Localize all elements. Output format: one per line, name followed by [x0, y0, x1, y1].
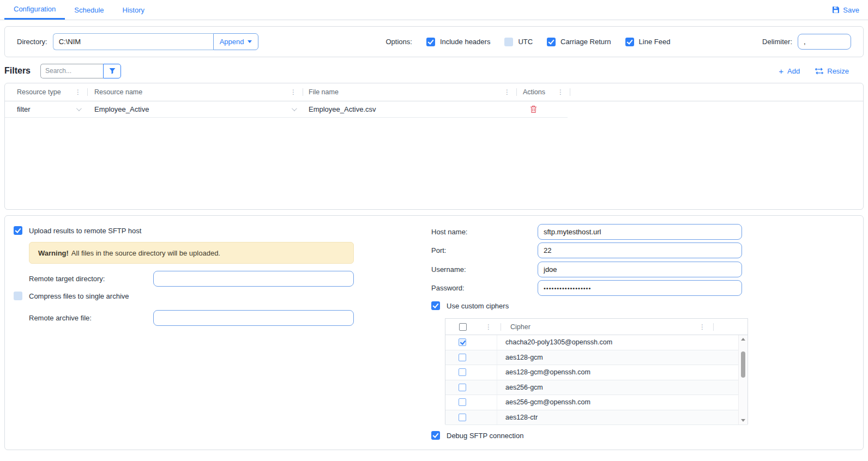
line-feed-checkbox[interactable]: Line Feed — [625, 38, 671, 46]
warning-text: All files in the source directory will b… — [71, 249, 220, 257]
filter-funnel-button[interactable] — [103, 64, 121, 78]
cipher-name: aes256-gcm@openssh.com — [497, 398, 590, 406]
save-button[interactable]: Save — [832, 0, 859, 20]
checkbox-icon[interactable] — [14, 292, 22, 300]
resource-name-cell[interactable]: Employee_Active — [88, 101, 303, 117]
column-menu-icon[interactable]: ⋮ — [504, 88, 510, 96]
tab-schedule[interactable]: Schedule — [65, 0, 113, 20]
checkbox-icon[interactable] — [459, 384, 466, 391]
plus-icon: + — [779, 67, 783, 75]
file-name-cell: Employee_Active.csv — [303, 101, 517, 117]
column-menu-icon[interactable]: ⋮ — [485, 323, 492, 331]
cipher-checkbox-cell — [445, 380, 497, 395]
host-name-input[interactable] — [538, 224, 742, 240]
cipher-name: aes256-gcm — [497, 384, 543, 391]
column-resource-type: Resource type ⋮ — [5, 83, 88, 101]
filters-table-header: Resource type ⋮ Resource name ⋮ File nam… — [5, 83, 863, 101]
remote-target-input[interactable] — [153, 271, 354, 287]
chevron-down-icon[interactable] — [292, 106, 297, 111]
cipher-table-header: ⋮ Cipher ⋮ — [445, 319, 748, 335]
resource-type-value: filter — [17, 105, 31, 113]
checkbox-icon[interactable] — [547, 38, 556, 46]
compress-label: Compress files to single archive — [29, 292, 129, 300]
debug-sftp-checkbox[interactable]: Debug SFTP connection — [431, 431, 523, 440]
delimiter-input[interactable] — [798, 34, 851, 50]
password-label: Password: — [431, 280, 465, 295]
cipher-checkbox-cell — [445, 410, 497, 425]
resize-label: Resize — [827, 67, 849, 75]
checkbox-icon[interactable] — [431, 301, 440, 310]
utc-checkbox[interactable]: UTC — [504, 38, 533, 46]
cipher-checkbox-cell — [445, 335, 497, 350]
checkbox-icon[interactable] — [504, 38, 513, 46]
actions-cell — [517, 101, 568, 117]
username-input[interactable] — [538, 262, 742, 277]
tab-bar: Configuration Schedule History Save — [0, 0, 868, 20]
column-spacer — [570, 83, 863, 101]
directory-input[interactable] — [53, 33, 213, 50]
tab-configuration[interactable]: Configuration — [4, 0, 65, 20]
append-dropdown-button[interactable]: Append — [213, 33, 259, 50]
save-label: Save — [843, 6, 859, 14]
options-group: Options: Include headers UTC Carriage Re… — [385, 38, 670, 46]
debug-sftp-label: Debug SFTP connection — [447, 432, 523, 440]
password-input[interactable] — [538, 280, 742, 296]
checkbox-icon[interactable] — [459, 354, 466, 361]
cipher-checkbox-cell — [445, 365, 497, 380]
cipher-name: aes128-gcm@openssh.com — [497, 368, 590, 376]
header-divider — [501, 323, 501, 331]
add-button[interactable]: + Add — [779, 67, 800, 75]
include-headers-label: Include headers — [440, 38, 491, 46]
port-input[interactable] — [538, 242, 742, 258]
column-menu-icon[interactable]: ⋮ — [557, 88, 564, 96]
cipher-name: aes128-gcm — [497, 354, 543, 361]
checkbox-icon[interactable] — [431, 431, 440, 440]
scroll-down-button[interactable] — [739, 416, 748, 424]
filter-search-input[interactable] — [40, 64, 103, 78]
cipher-table-body: chacha20-poly1305@openssh.com aes128-gcm… — [445, 335, 748, 424]
cipher-checkbox-cell — [445, 395, 497, 410]
cipher-row: aes256-gcm — [445, 380, 748, 396]
funnel-icon — [109, 68, 116, 74]
checkbox-icon[interactable] — [625, 38, 634, 46]
include-headers-checkbox[interactable]: Include headers — [426, 38, 491, 46]
checkbox-icon[interactable] — [14, 226, 22, 235]
username-label: Username: — [431, 262, 466, 277]
file-name-value: Employee_Active.csv — [309, 105, 376, 113]
delimiter-label: Delimiter: — [762, 38, 792, 46]
checkbox-icon[interactable] — [459, 414, 466, 421]
carriage-return-checkbox[interactable]: Carriage Return — [547, 38, 611, 46]
upload-sftp-label: Upload results to remote SFTP host — [29, 227, 141, 235]
cipher-row: chacha20-poly1305@openssh.com — [445, 335, 748, 350]
checkbox-icon[interactable] — [459, 398, 466, 406]
options-label: Options: — [385, 38, 412, 46]
carriage-return-label: Carriage Return — [560, 38, 611, 46]
use-custom-ciphers-checkbox[interactable]: Use custom ciphers — [431, 301, 509, 310]
column-menu-icon[interactable]: ⋮ — [75, 88, 81, 96]
delete-icon[interactable] — [530, 105, 537, 113]
compress-checkbox[interactable]: Compress files to single archive — [14, 292, 129, 300]
checkbox-icon[interactable] — [426, 38, 435, 46]
chevron-down-icon[interactable] — [76, 106, 82, 111]
upload-sftp-checkbox[interactable]: Upload results to remote SFTP host — [14, 226, 141, 235]
cipher-scrollbar[interactable] — [738, 335, 748, 424]
filters-title: Filters — [4, 66, 31, 76]
column-menu-icon[interactable]: ⋮ — [290, 88, 297, 96]
resource-name-value: Employee_Active — [94, 105, 149, 113]
port-label: Port: — [431, 242, 446, 258]
remote-archive-input[interactable] — [153, 310, 354, 326]
remote-target-label: Remote target directory: — [29, 271, 105, 286]
checkbox-icon[interactable] — [459, 338, 466, 346]
checkbox-icon[interactable] — [459, 368, 466, 376]
scroll-up-button[interactable] — [739, 335, 748, 343]
warning-alert: Warning! All files in the source directo… — [29, 242, 354, 264]
resource-type-cell[interactable]: filter — [5, 101, 88, 117]
resize-button[interactable]: Resize — [815, 67, 849, 75]
cipher-name: aes128-ctr — [497, 414, 538, 421]
scrollbar-thumb[interactable] — [741, 351, 745, 378]
select-all-checkbox[interactable] — [459, 323, 467, 331]
tab-history[interactable]: History — [113, 0, 154, 20]
resource-name-header-label: Resource name — [94, 88, 142, 96]
use-custom-ciphers-label: Use custom ciphers — [447, 302, 509, 310]
column-menu-icon[interactable]: ⋮ — [699, 323, 706, 331]
